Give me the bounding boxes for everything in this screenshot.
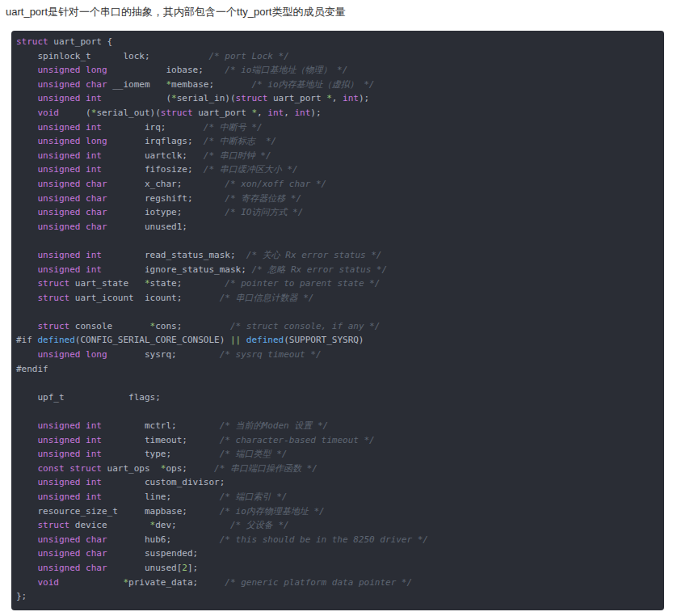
code-line: #endif — [16, 362, 661, 377]
code-token: void — [38, 108, 60, 118]
code-token: ); — [310, 108, 321, 118]
code-line: unsigned char regshift; /* 寄存器位移 */ — [16, 192, 661, 206]
code-line — [16, 404, 661, 419]
code-token: /* 串口缓冲区大小 */ — [204, 164, 298, 175]
code-token: * — [171, 93, 177, 103]
code-token: struct — [16, 36, 48, 47]
code-token: unsigned int — [38, 250, 102, 260]
code-token — [16, 65, 38, 75]
code-token: /* 中断号 */ — [204, 122, 263, 133]
code-token: x_char; — [107, 179, 225, 189]
code-token: /* port Lock */ — [208, 51, 288, 61]
code-token: /* 串口时钟 */ — [204, 150, 271, 161]
code-token: const struct — [38, 463, 102, 474]
code-token — [16, 222, 38, 232]
code-token: uart_ops — [102, 463, 161, 474]
code-token: /* 中断标志 */ — [204, 136, 276, 146]
code-token: irqflags; — [107, 136, 204, 146]
code-token — [16, 193, 38, 204]
code-token: /* 串口端口操作函数 */ — [214, 463, 318, 474]
code-line: struct uart_state *state; /* pointer to … — [16, 276, 661, 291]
code-token: #if — [16, 335, 38, 345]
code-line: unsigned int fifosize; /* 串口缓冲区大小 */ — [16, 162, 661, 177]
code-line: unsigned char x_char; /* xon/xoff char *… — [16, 177, 661, 192]
code-line: unsigned char __iomem *membase; /* io内存基… — [16, 78, 661, 92]
code-token: int — [343, 93, 359, 103]
code-token — [16, 136, 38, 146]
code-token: 2 — [182, 563, 187, 573]
code-line — [16, 305, 661, 319]
code-token: read_status_mask; — [102, 250, 246, 260]
code-line: #if defined(CONFIG_SERIAL_CORE_CONSOLE) … — [16, 333, 661, 348]
code-block: struct uart_port { spinlock_t lock; /* p… — [11, 31, 664, 610]
code-token: mctrl; — [102, 420, 220, 431]
code-token: unsigned int — [38, 122, 102, 133]
code-token: unsigned int — [38, 93, 102, 103]
code-token — [16, 563, 38, 573]
code-line: unsigned long sysrq; /* sysrq timeout */ — [16, 348, 661, 362]
code-token: spinlock_t lock; — [16, 51, 208, 61]
code-token: struct — [38, 293, 70, 303]
code-token: ops; — [166, 463, 214, 474]
code-token: unsigned char — [38, 548, 107, 559]
code-line: void (*serial_out)(struct uart_port *, i… — [16, 106, 661, 120]
code-token: regshift; — [107, 193, 225, 204]
code-line: unsigned int irq; /* 中断号 */ — [16, 120, 661, 135]
code-token: (SUPPORT_SYSRQ) — [284, 335, 364, 345]
code-token: /* 当前的Moden 设置 */ — [220, 420, 328, 431]
code-token: /* IO访问方式 */ — [225, 207, 303, 217]
code-line: void *private_data; /* generic platform … — [16, 576, 661, 590]
code-token: unsigned long — [38, 136, 107, 146]
code-token: unused1; — [107, 222, 187, 232]
code-token — [16, 250, 38, 260]
code-token: irq; — [102, 122, 204, 133]
code-token: suspended; — [107, 548, 199, 559]
code-token: /* sysrq timeout */ — [220, 349, 322, 360]
code-token: /* io内存物理基地址 */ — [220, 506, 325, 517]
code-token: unsigned char — [38, 563, 107, 573]
code-token: unsigned int — [38, 477, 102, 487]
code-line: resource_size_t mapbase; /* io内存物理基地址 */ — [16, 504, 661, 519]
code-token: uart_state — [69, 278, 145, 289]
code-token: uartclk; — [102, 150, 204, 161]
code-token: unsigned int — [38, 449, 102, 459]
code-token: fifosize; — [102, 164, 204, 175]
code-token: state; — [150, 278, 225, 289]
code-line: unsigned int read_status_mask; /* 关心 Rx … — [16, 248, 661, 263]
code-token: /* 串口信息计数器 */ — [220, 293, 314, 303]
code-token: unsigned long — [38, 65, 107, 75]
code-token — [16, 435, 38, 445]
code-token: struct — [38, 321, 70, 331]
code-token — [16, 207, 38, 217]
code-line: unsigned int mctrl; /* 当前的Moden 设置 */ — [16, 419, 661, 433]
code-line: unsigned char suspended; — [16, 546, 661, 561]
code-token: /* this should be in the 8250 driver */ — [220, 534, 428, 545]
code-line: spinlock_t lock; /* port Lock */ — [16, 49, 661, 64]
code-token — [16, 463, 38, 474]
code-line: unsigned long iobase; /* io端口基地址（物理） */ — [16, 63, 661, 78]
code-token: ( — [59, 108, 91, 118]
code-token — [16, 492, 38, 502]
code-token: console — [69, 321, 149, 331]
code-line: struct console *cons; /* struct console,… — [16, 319, 661, 334]
code-token: , — [284, 108, 294, 118]
code-token: serial_out)( — [96, 108, 160, 118]
code-token — [59, 577, 123, 588]
code-token: /* character-based timeout */ — [220, 435, 375, 445]
code-token: resource_size_t mapbase; — [16, 506, 220, 517]
code-token: unsigned char — [38, 179, 107, 189]
code-line: unsigned int timeout; /* character-based… — [16, 433, 661, 448]
code-token: unsigned char — [38, 193, 107, 204]
code-line — [16, 234, 661, 248]
code-token: /* 父设备 */ — [230, 520, 289, 530]
code-token: struct — [38, 278, 70, 289]
code-token: unsigned int — [38, 150, 102, 161]
code-token: unsigned char — [38, 534, 107, 545]
code-token: uart_icount icount; — [69, 293, 219, 303]
code-token — [16, 264, 38, 275]
code-token — [16, 108, 38, 118]
code-token: /* generic platform data pointer */ — [225, 577, 412, 588]
code-token: cons; — [155, 321, 230, 331]
code-line: unsigned char unused1; — [16, 220, 661, 234]
code-token: membase; — [171, 79, 251, 90]
